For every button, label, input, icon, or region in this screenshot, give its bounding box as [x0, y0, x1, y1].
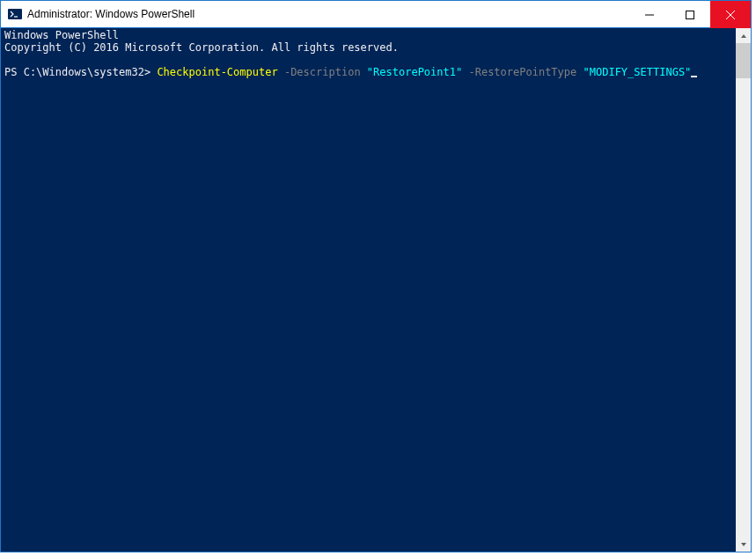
powershell-window: Administrator: Windows PowerShell Window… [0, 0, 752, 552]
minimize-button[interactable] [629, 1, 670, 28]
console-output[interactable]: Windows PowerShellCopyright (C) 2016 Mic… [1, 28, 736, 552]
cmdlet: Checkpoint-Computer [157, 66, 277, 78]
scroll-track[interactable] [736, 43, 751, 537]
window-controls [629, 1, 751, 27]
banner-line: Windows PowerShell [4, 29, 732, 41]
prompt-line: PS C:\Windows\system32> Checkpoint-Compu… [4, 66, 732, 78]
title-left: Administrator: Windows PowerShell [1, 7, 629, 21]
scroll-up-button[interactable] [736, 28, 751, 43]
window-title: Administrator: Windows PowerShell [27, 8, 195, 20]
titlebar[interactable]: Administrator: Windows PowerShell [1, 1, 751, 28]
vertical-scrollbar[interactable] [736, 28, 751, 552]
maximize-button[interactable] [670, 1, 710, 28]
client-area: Windows PowerShellCopyright (C) 2016 Mic… [1, 28, 751, 552]
powershell-icon [8, 7, 22, 21]
param-restorepointtype: -RestorePointType [468, 66, 576, 78]
param-description: -Description [284, 66, 361, 78]
banner-line: Copyright (C) 2016 Microsoft Corporation… [4, 41, 732, 54]
text-cursor [691, 76, 697, 77]
scroll-down-button[interactable] [736, 537, 751, 552]
arg-restorepointtype: "MODIFY_SETTINGS" [584, 66, 692, 78]
scroll-thumb[interactable] [736, 43, 751, 78]
svg-rect-0 [8, 9, 22, 19]
close-button[interactable] [710, 1, 751, 28]
blank-line [4, 54, 732, 66]
prompt: PS C:\Windows\system32> [4, 66, 157, 78]
svg-rect-3 [686, 11, 694, 18]
arg-description: "RestorePoint1" [367, 66, 462, 78]
